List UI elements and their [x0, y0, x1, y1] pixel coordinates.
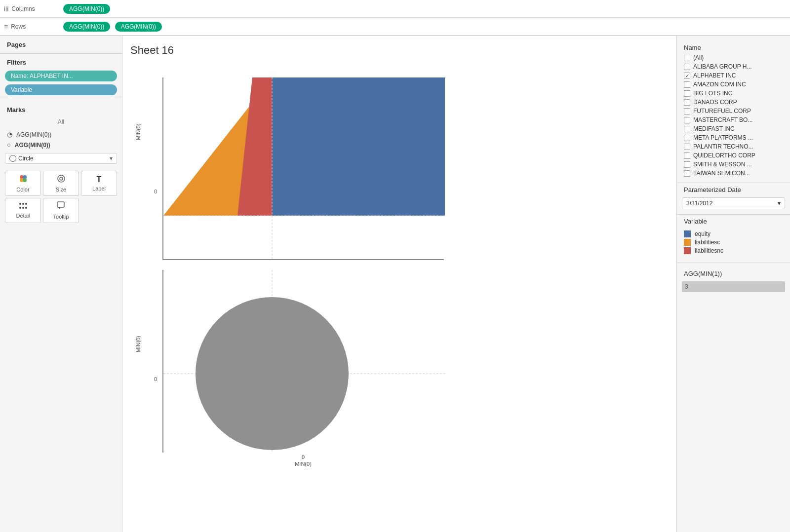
svg-point-10 — [22, 207, 24, 209]
checkbox-10[interactable] — [684, 144, 690, 150]
color-button[interactable]: Color — [5, 171, 41, 196]
marks-buttons-grid: Color Size T Label — [0, 167, 122, 227]
detail-button[interactable]: Detail — [5, 198, 41, 223]
date-dropdown[interactable]: 3/31/2012 ▾ — [682, 197, 785, 209]
bottom-chart-container — [162, 270, 444, 453]
checkbox-12[interactable] — [684, 161, 690, 168]
checkbox-13[interactable] — [684, 170, 690, 177]
checkbox-2[interactable] — [684, 73, 690, 79]
legend-item-liabilitiesc: liabilitiesc — [684, 239, 783, 246]
name-text-10: PALANTIR TECHNO... — [693, 143, 753, 150]
mark-label-2: AGG(MIN(0)) — [15, 142, 50, 149]
marks-section: Marks All ◔ AGG(MIN(0)) ○ AGG(MIN(0)) Ci… — [0, 97, 122, 231]
checkbox-7[interactable] — [684, 117, 690, 123]
checkbox-1[interactable] — [684, 64, 690, 70]
name-text-2: ALPHABET INC — [693, 72, 736, 79]
checkbox-4[interactable] — [684, 90, 690, 97]
checkbox-3[interactable] — [684, 81, 690, 88]
name-text-8: MEDIFAST INC — [693, 125, 735, 132]
columns-pills: AGG(MIN(0)) — [63, 5, 113, 12]
row-pill-1[interactable]: AGG(MIN(0)) — [115, 22, 162, 32]
agg-section: AGG(MIN(1)) 3 — [677, 267, 790, 292]
variable-section: Variable equity liabilitiesc liabilities… — [677, 215, 790, 258]
legend-label-liabilitiesc: liabilitiesc — [695, 239, 720, 246]
name-item-9[interactable]: META PLATFORMS ... — [681, 133, 786, 142]
name-item-2[interactable]: ALPHABET INC — [681, 71, 786, 80]
top-bar: iii Columns AGG(MIN(0)) ≡ Rows AGG(MIN(0… — [0, 0, 790, 36]
marks-header: Marks — [0, 101, 122, 116]
checkbox-8[interactable] — [684, 126, 690, 132]
row-pill-0[interactable]: AGG(MIN(0)) — [63, 22, 110, 32]
name-item-5[interactable]: DANAOS CORP — [681, 98, 786, 107]
column-pill-0[interactable]: AGG(MIN(0)) — [63, 4, 110, 14]
circle-dropdown-label: Circle — [18, 155, 34, 162]
svg-point-7 — [22, 203, 24, 205]
checkbox-9[interactable] — [684, 135, 690, 141]
pages-header: Pages — [0, 36, 122, 51]
svg-point-9 — [19, 207, 21, 209]
label-button[interactable]: T Label — [81, 171, 117, 196]
circle-dropdown[interactable]: Circle ▾ — [5, 153, 117, 164]
columns-text: Columns — [11, 5, 35, 12]
top-chart-container — [162, 77, 444, 260]
name-item-3[interactable]: AMAZON COM INC — [681, 80, 786, 89]
x-zero-label: 0 — [162, 454, 444, 460]
date-value: 3/31/2012 — [686, 200, 712, 207]
checkbox-all[interactable] — [684, 55, 690, 61]
date-section-title: Parameterized Date — [677, 183, 790, 195]
y-axis-bottom-label: MIN(0) — [135, 324, 141, 364]
circle-shape-icon — [9, 155, 16, 162]
name-text-9: META PLATFORMS ... — [693, 134, 753, 141]
tooltip-icon — [57, 201, 66, 212]
name-item-1[interactable]: ALIBABA GROUP H... — [681, 62, 786, 71]
right-panel: Name (All) ALIBABA GROUP H... ALPHABET I… — [676, 36, 790, 532]
agg-section-title: AGG(MIN(1)) — [677, 267, 790, 279]
top-chart-svg — [163, 77, 445, 260]
name-text-4: BIG LOTS INC — [693, 90, 732, 97]
name-text-0: (All) — [693, 54, 704, 61]
filter-variable-item[interactable]: Variable — [5, 84, 117, 95]
legend-label-liabilitiesnc: liabilitiesnc — [695, 247, 723, 254]
mark-icon-2: ○ — [7, 141, 11, 149]
filters-header: Filters — [0, 54, 122, 69]
name-item-6[interactable]: FUTUREFUEL CORP — [681, 107, 786, 115]
legend-color-liabilitiesc — [684, 239, 691, 246]
detail-label: Detail — [16, 213, 30, 219]
color-label: Color — [16, 187, 29, 192]
svg-rect-12 — [57, 202, 64, 207]
size-button[interactable]: Size — [43, 171, 79, 196]
svg-point-8 — [25, 203, 27, 205]
name-item-4[interactable]: BIG LOTS INC — [681, 89, 786, 98]
svg-rect-14 — [272, 77, 445, 216]
name-text-13: TAIWAN SEMICON... — [693, 170, 750, 177]
rows-pills: AGG(MIN(0)) AGG(MIN(0)) — [63, 23, 165, 30]
filter-name-item[interactable]: Name: ALPHABET IN... — [5, 71, 117, 81]
legend-color-liabilitiesnc — [684, 247, 691, 254]
legend-label-equity: equity — [695, 230, 711, 237]
checkbox-11[interactable] — [684, 152, 690, 159]
columns-shelf: iii Columns AGG(MIN(0)) — [0, 0, 790, 18]
name-text-6: FUTUREFUEL CORP — [693, 108, 751, 114]
label-icon: T — [97, 175, 102, 184]
size-icon — [57, 174, 66, 185]
mark-icon-1: ◔ — [7, 131, 12, 138]
name-item-8[interactable]: MEDIFAST INC — [681, 124, 786, 133]
detail-icon — [19, 202, 28, 211]
name-item-11[interactable]: QUIDELORTHO CORP — [681, 151, 786, 160]
name-text-1: ALIBABA GROUP H... — [693, 63, 752, 70]
legend-item-equity: equity — [684, 230, 783, 237]
checkbox-6[interactable] — [684, 108, 690, 114]
name-text-12: SMITH & WESSON ... — [693, 161, 752, 168]
name-item-0[interactable]: (All) — [681, 53, 786, 62]
columns-label: iii Columns — [4, 5, 63, 13]
name-list: (All) ALIBABA GROUP H... ALPHABET INC AM… — [677, 53, 790, 178]
name-item-12[interactable]: SMITH & WESSON ... — [681, 160, 786, 169]
name-section: Name (All) ALIBABA GROUP H... ALPHABET I… — [677, 41, 790, 178]
name-item-13[interactable]: TAIWAN SEMICON... — [681, 169, 786, 178]
agg-bar: 3 — [682, 281, 785, 292]
checkbox-5[interactable] — [684, 99, 690, 106]
name-item-7[interactable]: MASTERCRAFT BO... — [681, 115, 786, 124]
name-item-10[interactable]: PALANTIR TECHNO... — [681, 142, 786, 151]
chevron-down-icon: ▾ — [110, 155, 113, 162]
tooltip-button[interactable]: Tooltip — [43, 198, 79, 223]
